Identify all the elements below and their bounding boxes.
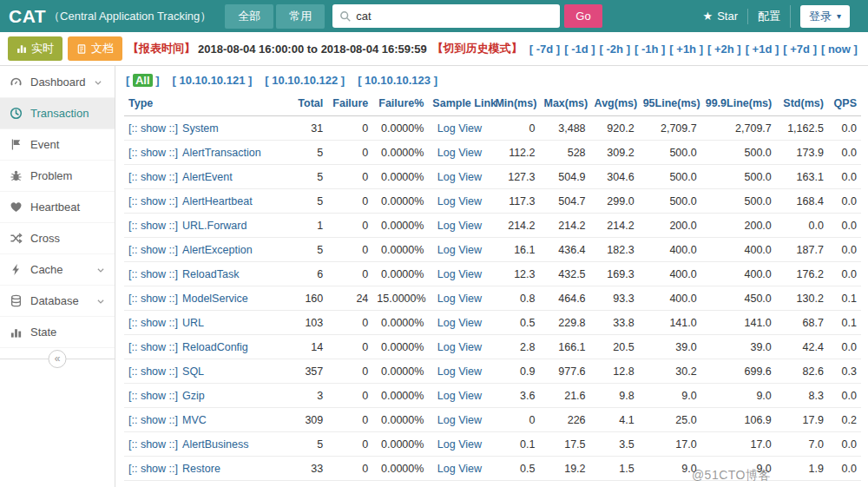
log-view-link[interactable]: Log View <box>437 463 482 475</box>
sidebar-item-database[interactable]: Database <box>0 286 115 317</box>
min-cell: 117.3 <box>490 189 539 214</box>
sidebar-item-state[interactable]: State <box>0 317 115 348</box>
type-link[interactable]: AlertException <box>182 244 253 256</box>
log-view-link[interactable]: Log View <box>437 341 482 353</box>
type-link[interactable]: ModelService <box>182 293 248 305</box>
show-link[interactable]: [:: show ::] <box>128 244 178 256</box>
column-header[interactable]: Type <box>124 94 280 116</box>
time-shift-link[interactable]: [ +2h ] <box>707 43 741 56</box>
type-link[interactable]: URL <box>182 317 204 329</box>
type-link[interactable]: AlertHeartbeat <box>182 195 253 207</box>
log-view-link[interactable]: Log View <box>437 438 482 451</box>
type-link[interactable]: MVC <box>182 414 207 426</box>
login-button[interactable]: 登录 ▾ <box>800 5 850 28</box>
sidebar-item-dashboard[interactable]: Dashboard <box>0 67 115 98</box>
log-view-link[interactable]: Log View <box>437 195 482 207</box>
machine-link-10.10.10.122[interactable]: [ 10.10.10.122 ] <box>265 74 345 87</box>
column-header[interactable]: Total <box>280 94 327 116</box>
type-link[interactable]: System <box>182 122 219 135</box>
show-link[interactable]: [:: show ::] <box>128 463 178 475</box>
star-icon: ★ <box>702 10 713 23</box>
sidebar-item-event[interactable]: Event <box>0 129 115 161</box>
log-view-link[interactable]: Log View <box>437 293 482 305</box>
doc-button[interactable]: 文档 <box>68 36 122 61</box>
time-shift-link[interactable]: [ +1d ] <box>746 43 779 56</box>
log-view-link[interactable]: Log View <box>437 390 482 402</box>
type-link[interactable]: ReloadConfig <box>182 341 248 353</box>
show-link[interactable]: [:: show ::] <box>128 365 178 378</box>
show-link[interactable]: [:: show ::] <box>128 171 178 183</box>
type-link[interactable]: Restore <box>182 463 220 475</box>
realtime-button[interactable]: 实时 <box>8 36 62 61</box>
show-link[interactable]: [:: show ::] <box>128 341 178 353</box>
column-header[interactable]: 99.9Line(ms) <box>701 94 776 116</box>
show-link[interactable]: [:: show ::] <box>128 317 178 329</box>
config-button[interactable]: 配置 <box>747 9 790 24</box>
type-link[interactable]: Gzip <box>182 390 205 402</box>
machine-link-10.10.10.123[interactable]: [ 10.10.10.123 ] <box>358 74 437 87</box>
column-header[interactable]: 95Line(ms) <box>639 94 701 116</box>
sidebar-item-transaction[interactable]: Transaction <box>0 98 115 129</box>
log-view-link[interactable]: Log View <box>437 268 482 280</box>
show-link[interactable]: [:: show ::] <box>128 122 178 135</box>
type-link[interactable]: ReloadTask <box>182 268 239 280</box>
star-button[interactable]: ★ Star <box>693 10 747 23</box>
show-link[interactable]: [:: show ::] <box>128 268 178 280</box>
column-header[interactable]: Max(ms) <box>540 94 590 116</box>
p999-cell: 699.6 <box>701 359 776 384</box>
collapse-sidebar-button[interactable]: « <box>49 350 67 368</box>
header-tab-1[interactable]: 常用 <box>276 4 325 29</box>
machine-link-all[interactable]: [ All ] <box>126 74 160 87</box>
time-shift-link[interactable]: [ now ] <box>821 43 858 56</box>
max-cell: 229.8 <box>540 311 590 335</box>
header-tab-0[interactable]: 全部 <box>225 4 273 29</box>
sidebar-item-problem[interactable]: Problem <box>0 161 115 192</box>
show-link[interactable]: [:: show ::] <box>128 414 178 426</box>
type-link[interactable]: SQL <box>182 365 204 378</box>
show-cell: [:: show ::] <box>124 335 178 359</box>
time-shift-link[interactable]: [ -1h ] <box>635 43 665 56</box>
search-input[interactable] <box>356 10 553 23</box>
show-link[interactable]: [:: show ::] <box>128 293 178 305</box>
column-header[interactable]: QPS <box>828 94 861 116</box>
show-link[interactable]: [:: show ::] <box>128 147 178 159</box>
column-header[interactable]: Sample Link <box>428 94 490 116</box>
time-shift-link[interactable]: [ -1d ] <box>564 43 595 56</box>
sidebar-item-heartbeat[interactable]: Heartbeat <box>0 192 115 223</box>
sidebar-item-cross[interactable]: Cross <box>0 223 115 254</box>
show-cell: [:: show ::] <box>124 311 178 335</box>
type-link[interactable]: AlertBusiness <box>182 438 248 451</box>
type-link[interactable]: AlertTransaction <box>182 147 261 159</box>
type-link[interactable]: URL.Forward <box>182 220 247 232</box>
time-shift-link[interactable]: [ +1h ] <box>669 43 703 56</box>
go-button[interactable]: Go <box>564 4 602 28</box>
type-link[interactable]: AlertEvent <box>182 171 233 183</box>
log-view-link[interactable]: Log View <box>437 122 482 135</box>
column-header[interactable]: Failure% <box>372 94 428 116</box>
log-view-link[interactable]: Log View <box>437 244 482 256</box>
mini-chart-icon <box>16 43 27 54</box>
time-shift-link[interactable]: [ -7d ] <box>529 43 560 56</box>
column-header[interactable]: Avg(ms) <box>590 94 639 116</box>
sample-cell: Log View <box>428 189 490 214</box>
log-view-link[interactable]: Log View <box>437 414 482 426</box>
log-view-link[interactable]: Log View <box>437 147 482 159</box>
time-shift-link[interactable]: [ +7d ] <box>783 43 817 56</box>
log-view-link[interactable]: Log View <box>437 365 482 378</box>
failure_pct-cell: 0.0000% <box>372 238 428 262</box>
show-link[interactable]: [:: show ::] <box>128 390 178 402</box>
column-header[interactable]: Min(ms) <box>490 94 539 116</box>
show-link[interactable]: [:: show ::] <box>128 195 178 207</box>
log-view-link[interactable]: Log View <box>437 317 482 329</box>
column-header[interactable]: Std(ms) <box>776 94 828 116</box>
show-link[interactable]: [:: show ::] <box>128 220 178 232</box>
show-link[interactable]: [:: show ::] <box>128 438 178 451</box>
total-cell: 3 <box>280 384 327 408</box>
column-header[interactable]: Failure <box>327 94 372 116</box>
time-shift-link[interactable]: [ -2h ] <box>600 43 630 56</box>
log-view-link[interactable]: Log View <box>437 220 482 232</box>
sidebar-item-cache[interactable]: Cache <box>0 254 115 286</box>
log-view-link[interactable]: Log View <box>437 171 482 183</box>
history-mode-link[interactable]: 【切到历史模式】 <box>432 41 523 56</box>
machine-link-10.10.10.121[interactable]: [ 10.10.10.121 ] <box>173 74 253 87</box>
